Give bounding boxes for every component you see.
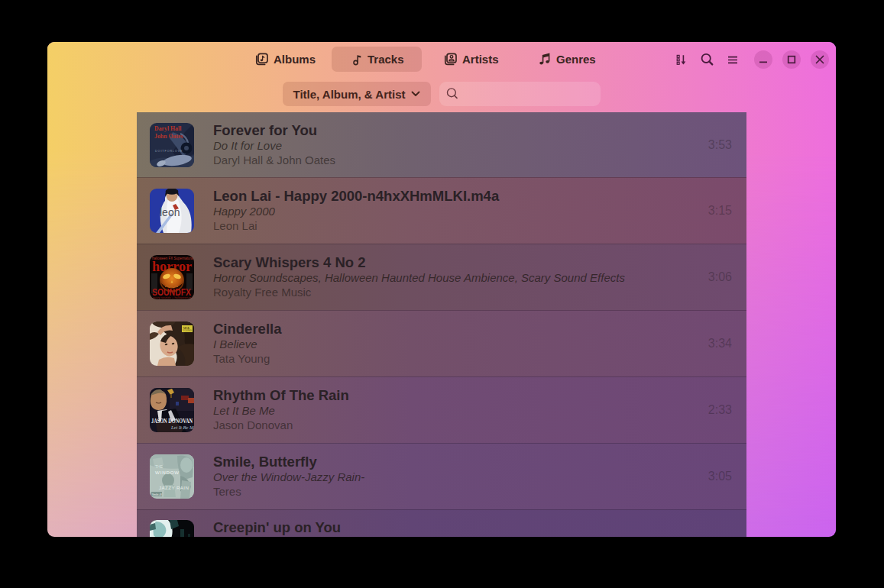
svg-text:JAZZY RAIN: JAZZY RAIN <box>159 485 189 490</box>
svg-text:John Oates: John Oates <box>154 133 183 140</box>
svg-text:Smile+B: Smile+B <box>152 493 162 496</box>
svg-text:Let It Be Me: Let It Be Me <box>170 425 194 430</box>
svg-text:YOUNG: YOUNG <box>183 329 192 332</box>
svg-text:Daryl Hall: Daryl Hall <box>154 125 182 132</box>
svg-text:THE: THE <box>155 464 164 469</box>
svg-text:D O I T F O R L O V E: D O I T F O R L O V E <box>155 150 183 153</box>
svg-text:scary sounds + halloween music: scary sounds + halloween music <box>153 296 194 299</box>
svg-text:leon: leon <box>160 206 180 218</box>
svg-text:WINDOW: WINDOW <box>155 470 180 475</box>
svg-text:JASON DONOVAN: JASON DONOVAN <box>151 418 193 425</box>
